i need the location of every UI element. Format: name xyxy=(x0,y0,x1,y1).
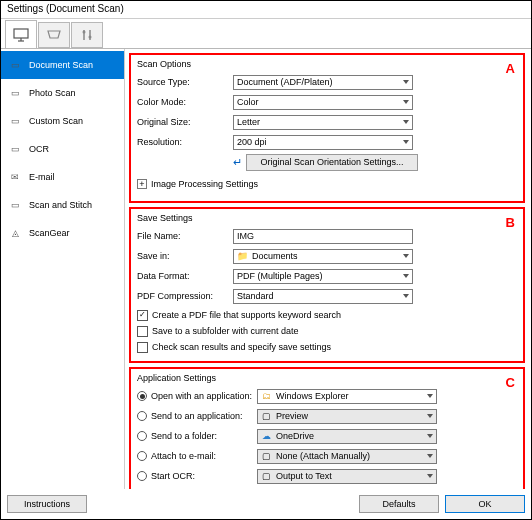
start-ocr-label: Start OCR: xyxy=(151,471,195,481)
file-name-input[interactable]: IMG xyxy=(233,229,413,244)
monitor-icon xyxy=(12,28,30,42)
photo-icon: ▭ xyxy=(7,86,23,100)
pdf-compression-label: PDF Compression: xyxy=(137,291,233,301)
explorer-icon: 🗂 xyxy=(261,391,272,402)
subfolder-checkbox[interactable] xyxy=(137,326,148,337)
data-format-label: Data Format: xyxy=(137,271,233,281)
open-with-select[interactable]: 🗂Windows Explorer xyxy=(257,389,437,404)
check-results-checkbox[interactable] xyxy=(137,342,148,353)
subfolder-label: Save to a subfolder with current date xyxy=(152,326,299,336)
source-type-select[interactable]: Document (ADF/Platen) xyxy=(233,75,413,90)
keyword-search-label: Create a PDF file that supports keyword … xyxy=(152,310,341,320)
footer: Instructions Defaults OK xyxy=(1,493,531,515)
application-settings-title: Application Settings xyxy=(137,373,517,383)
sidebar-item-label: Document Scan xyxy=(29,60,93,70)
annotation-a: A xyxy=(506,61,515,76)
orientation-settings-button[interactable]: Original Scan Orientation Settings... xyxy=(246,154,418,171)
expand-icon[interactable]: + xyxy=(137,179,147,189)
file-name-label: File Name: xyxy=(137,231,233,241)
sidebar-item-label: OCR xyxy=(29,144,49,154)
sidebar-item-label: ScanGear xyxy=(29,228,70,238)
tab-scan-from-computer[interactable] xyxy=(5,20,37,48)
resolution-select[interactable]: 200 dpi xyxy=(233,135,413,150)
attach-email-label: Attach to e-mail: xyxy=(151,451,216,461)
sidebar-item-label: Scan and Stitch xyxy=(29,200,92,210)
scanner-icon xyxy=(45,28,63,42)
onedrive-icon: ☁ xyxy=(261,431,272,442)
sidebar-item-label: Custom Scan xyxy=(29,116,83,126)
source-type-label: Source Type: xyxy=(137,77,233,87)
annotation-b: B xyxy=(506,215,515,230)
window-title: Settings (Document Scan) xyxy=(1,1,531,19)
color-mode-label: Color Mode: xyxy=(137,97,233,107)
check-results-label: Check scan results and specify save sett… xyxy=(152,342,331,352)
data-format-select[interactable]: PDF (Multiple Pages) xyxy=(233,269,413,284)
resolution-label: Resolution: xyxy=(137,137,233,147)
sidebar-item-custom-scan[interactable]: ▭Custom Scan xyxy=(1,107,124,135)
ocr-icon: ▭ xyxy=(7,142,23,156)
send-to-folder-label: Send to a folder: xyxy=(151,431,217,441)
annotation-c: C xyxy=(506,375,515,390)
attach-icon: ▢ xyxy=(261,451,272,462)
main-panel: A Scan Options Source Type:Document (ADF… xyxy=(125,49,531,489)
send-to-folder-radio[interactable] xyxy=(137,431,147,441)
preview-icon: ▢ xyxy=(261,411,272,422)
document-icon: ▭ xyxy=(7,58,23,72)
svg-point-6 xyxy=(89,36,92,39)
application-settings-group: C Application Settings Open with an appl… xyxy=(129,367,525,489)
instructions-button[interactable]: Instructions xyxy=(7,495,87,513)
stitch-icon: ▭ xyxy=(7,198,23,212)
sidebar-item-document-scan[interactable]: ▭Document Scan xyxy=(1,51,124,79)
sidebar-item-label: E-mail xyxy=(29,172,55,182)
save-in-label: Save in: xyxy=(137,251,233,261)
tab-bar xyxy=(1,19,531,49)
original-size-label: Original Size: xyxy=(137,117,233,127)
email-icon: ✉ xyxy=(7,170,23,184)
return-icon: ↵ xyxy=(233,156,242,169)
send-to-folder-select[interactable]: ☁OneDrive xyxy=(257,429,437,444)
send-to-app-select[interactable]: ▢Preview xyxy=(257,409,437,424)
text-icon: ▢ xyxy=(261,471,272,482)
tab-scan-from-panel[interactable] xyxy=(38,22,70,48)
keyword-search-checkbox[interactable]: ✓ xyxy=(137,310,148,321)
scan-options-group: A Scan Options Source Type:Document (ADF… xyxy=(129,53,525,203)
scan-options-title: Scan Options xyxy=(137,59,517,69)
save-settings-title: Save Settings xyxy=(137,213,517,223)
save-in-select[interactable]: 📁Documents xyxy=(233,249,413,264)
folder-icon: 📁 xyxy=(237,251,248,262)
attach-email-select[interactable]: ▢None (Attach Manually) xyxy=(257,449,437,464)
image-processing-label[interactable]: Image Processing Settings xyxy=(151,179,258,189)
sidebar-item-email[interactable]: ✉E-mail xyxy=(1,163,124,191)
save-settings-group: B Save Settings File Name:IMG Save in:📁D… xyxy=(129,207,525,363)
sidebar-item-ocr[interactable]: ▭OCR xyxy=(1,135,124,163)
start-ocr-radio[interactable] xyxy=(137,471,147,481)
defaults-button[interactable]: Defaults xyxy=(359,495,439,513)
open-with-label: Open with an application: xyxy=(151,391,252,401)
sidebar-item-scangear[interactable]: ◬ScanGear xyxy=(1,219,124,247)
sidebar: ▭Document Scan ▭Photo Scan ▭Custom Scan … xyxy=(1,49,125,489)
open-with-radio[interactable] xyxy=(137,391,147,401)
sidebar-item-photo-scan[interactable]: ▭Photo Scan xyxy=(1,79,124,107)
attach-email-radio[interactable] xyxy=(137,451,147,461)
ok-button[interactable]: OK xyxy=(445,495,525,513)
sidebar-item-label: Photo Scan xyxy=(29,88,76,98)
color-mode-select[interactable]: Color xyxy=(233,95,413,110)
sidebar-item-scan-stitch[interactable]: ▭Scan and Stitch xyxy=(1,191,124,219)
scangear-icon: ◬ xyxy=(7,226,23,240)
start-ocr-select[interactable]: ▢Output to Text xyxy=(257,469,437,484)
pdf-compression-select[interactable]: Standard xyxy=(233,289,413,304)
send-to-app-label: Send to an application: xyxy=(151,411,243,421)
svg-point-5 xyxy=(83,31,86,34)
tools-icon xyxy=(78,28,96,42)
svg-rect-0 xyxy=(14,29,28,38)
original-size-select[interactable]: Letter xyxy=(233,115,413,130)
tab-general-settings[interactable] xyxy=(71,22,103,48)
custom-icon: ▭ xyxy=(7,114,23,128)
send-to-app-radio[interactable] xyxy=(137,411,147,421)
